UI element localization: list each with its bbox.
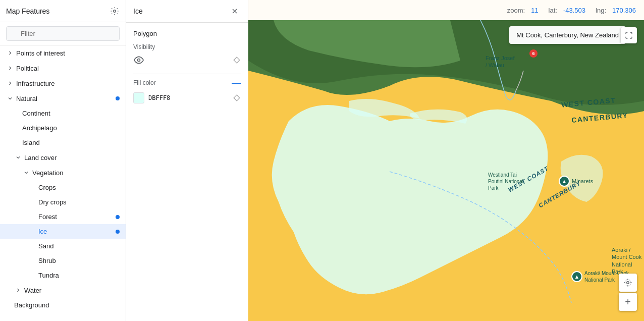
eye-icon[interactable] (133, 55, 144, 66)
sand-label: Sand (38, 242, 120, 250)
visibility-row (133, 55, 241, 66)
section-label: Polygon (133, 30, 241, 37)
sidebar-item-sand[interactable]: Sand (0, 239, 126, 253)
natural-label: Natural (16, 95, 116, 102)
lat-value: -43.503 (563, 7, 585, 14)
sidebar-item-land-cover[interactable]: Land cover (0, 150, 126, 165)
separator-1 (133, 74, 241, 74)
color-swatch[interactable] (133, 92, 144, 103)
map-area[interactable]: zoom: 11 lat: -43.503 lng: 170.306 (248, 0, 644, 321)
natural-dot (116, 96, 120, 100)
sidebar-item-background[interactable]: Background (0, 298, 126, 312)
political-chevron-icon[interactable] (6, 64, 14, 72)
svg-point-0 (114, 10, 116, 12)
svg-marker-8 (234, 95, 240, 101)
sidebar-item-tundra[interactable]: Tundra (0, 268, 126, 283)
ice-dot (116, 230, 120, 234)
shrub-label: Shrub (38, 257, 120, 264)
map-svg (248, 20, 644, 321)
tree-list: Points of interestPoliticalInfrastructur… (0, 45, 126, 321)
color-diamond-icon[interactable] (233, 94, 241, 102)
sidebar-item-archipelago[interactable]: Archipelago (0, 121, 126, 135)
sidebar-item-ice[interactable]: Ice (0, 224, 126, 239)
crops-label: Crops (38, 184, 120, 191)
color-hex-value: DBFFF8 (148, 94, 170, 101)
fullscreen-button[interactable] (621, 27, 637, 43)
location-tooltip: Mt Cook, Canterbury, New Zealand (509, 26, 626, 44)
political-label: Political (16, 65, 120, 72)
panel-title: Map Features (6, 7, 49, 15)
left-header: Map Features (0, 0, 126, 22)
ice-label: Ice (38, 228, 116, 235)
dry-crops-label: Dry crops (38, 198, 120, 206)
sidebar-item-crops[interactable]: Crops (0, 180, 126, 195)
detail-header: Ice (126, 0, 248, 23)
tundra-label: Tundra (38, 272, 120, 279)
forest-dot (116, 215, 120, 219)
visibility-diamond-icon[interactable] (233, 56, 241, 64)
sidebar-item-natural[interactable]: Natural (0, 91, 126, 106)
vegetation-chevron-icon[interactable] (22, 169, 30, 177)
color-row[interactable]: DBFFF8 (133, 92, 241, 103)
filter-bar (0, 22, 126, 45)
gear-icon[interactable] (110, 6, 120, 16)
points-of-interest-chevron-icon[interactable] (6, 49, 14, 57)
infrastructure-chevron-icon[interactable] (6, 79, 14, 87)
infrastructure-label: Infrastructure (16, 80, 120, 87)
detail-panel: Ice Polygon Visibility Fill co (126, 0, 248, 321)
island-label: Island (22, 139, 120, 146)
lng-value: 170.306 (612, 7, 636, 14)
visibility-label: Visibility (133, 43, 241, 50)
franz-josef-badge: 6 (529, 49, 538, 58)
filter-input[interactable] (6, 26, 120, 41)
location-text: Mt Cook, Canterbury, New Zealand (516, 31, 619, 39)
left-panel: Map Features Points of interestPolitical… (0, 0, 126, 321)
continent-label: Continent (22, 110, 120, 117)
location-button[interactable] (619, 274, 637, 292)
background-label: Background (14, 301, 120, 309)
detail-content: Polygon Visibility Fill color — DBFFF8 (126, 23, 248, 321)
zoom-label: zoom: (507, 7, 525, 14)
points-of-interest-label: Points of interest (16, 49, 120, 57)
sidebar-item-water[interactable]: Water (0, 283, 126, 298)
sidebar-item-vegetation[interactable]: Vegetation (0, 165, 126, 180)
svg-point-10 (627, 282, 629, 284)
sidebar-item-points-of-interest[interactable]: Points of interest (0, 45, 126, 61)
fill-color-row: Fill color — (133, 78, 241, 87)
vegetation-label: Vegetation (32, 169, 120, 177)
zoom-value: 11 (531, 7, 538, 14)
land-cover-label: Land cover (24, 154, 120, 162)
fill-color-label: Fill color (133, 79, 156, 86)
lat-label: lat: (549, 7, 557, 14)
svg-point-11 (625, 280, 631, 286)
close-button[interactable] (229, 5, 241, 17)
sidebar-item-political[interactable]: Political (0, 61, 126, 76)
land-cover-chevron-icon[interactable] (14, 153, 22, 162)
sidebar-item-continent[interactable]: Continent (0, 106, 126, 121)
sidebar-item-dry-crops[interactable]: Dry crops (0, 195, 126, 209)
sidebar-item-island[interactable]: Island (0, 135, 126, 150)
detail-title: Ice (133, 7, 143, 15)
natural-chevron-icon[interactable] (6, 94, 14, 102)
sidebar-item-infrastructure[interactable]: Infrastructure (0, 76, 126, 91)
archipelago-label: Archipelago (22, 124, 120, 132)
water-chevron-icon[interactable] (14, 286, 22, 294)
sidebar-item-forest[interactable]: Forest (0, 209, 126, 224)
svg-point-6 (138, 59, 140, 62)
sidebar-item-shrub[interactable]: Shrub (0, 253, 126, 268)
fill-color-minus-icon[interactable]: — (232, 78, 241, 87)
forest-label: Forest (38, 213, 116, 221)
zoom-in-button[interactable]: + (619, 293, 637, 311)
map-topbar: zoom: 11 lat: -43.503 lng: 170.306 (248, 0, 644, 20)
svg-marker-7 (234, 57, 240, 63)
lng-label: lng: (596, 7, 606, 14)
water-label: Water (24, 287, 120, 294)
map-controls: + (619, 274, 637, 311)
